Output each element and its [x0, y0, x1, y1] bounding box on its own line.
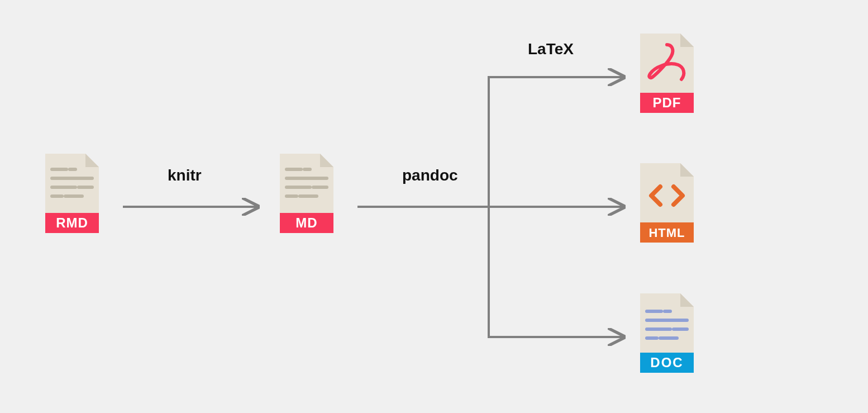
- diagram-canvas: knitr pandoc LaTeX RMD: [0, 0, 868, 413]
- file-md-icon: MD: [276, 154, 337, 233]
- arrow-label-pandoc: pandoc: [402, 167, 458, 184]
- file-pdf-icon: PDF: [637, 34, 697, 113]
- arrow-label-knitr: knitr: [168, 167, 202, 184]
- svg-text:PDF: PDF: [653, 95, 681, 110]
- svg-text:MD: MD: [295, 215, 317, 230]
- svg-text:RMD: RMD: [56, 215, 88, 230]
- arrow-label-latex: LaTeX: [528, 40, 574, 58]
- svg-text:HTML: HTML: [648, 226, 685, 240]
- file-html-icon: HTML: [637, 163, 697, 243]
- flow-arrows: [0, 0, 868, 413]
- file-doc-icon: DOC: [637, 293, 697, 373]
- svg-text:DOC: DOC: [650, 355, 683, 370]
- file-rmd-icon: RMD: [42, 154, 102, 233]
